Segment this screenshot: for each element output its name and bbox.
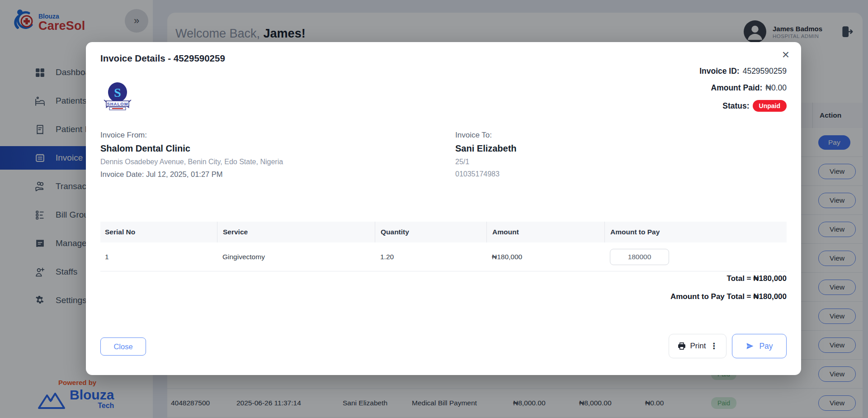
clinic-address: Dennis Osadebey Avenue, Benin City, Edo … [100,158,283,166]
status-label: Status: [722,101,749,111]
invoice-items-table: Serial No Service Quantity Amount Amount… [100,222,787,271]
invoice-item-row: 1 Gingivectomy 1.20 ₦180,000 [100,242,787,271]
invoice-to-section: Invoice To: Sani Elizabeth 25/1 01035174… [455,131,517,182]
cell-amount: ₦180,000 [486,253,604,261]
invoice-id-label: Invoice ID: [699,66,740,76]
patient-name: Sani Elizabeth [455,143,517,154]
svg-text:SHALOM: SHALOM [107,101,128,106]
svg-text:S: S [114,86,121,100]
amount-to-pay-input[interactable] [610,249,669,265]
patient-address-line: 25/1 [455,158,517,166]
invoice-from-section: Invoice From: Shalom Dental Clinic Denni… [100,131,283,179]
kebab-menu-icon[interactable]: ⋮ [710,341,718,351]
print-button[interactable]: Print ⋮ [669,334,726,358]
cell-quantity: 1.20 [375,253,486,261]
cell-serial: 1 [100,253,217,261]
invoice-details-modal: Invoice Details - 4529590259 × S SHALOM … [86,42,801,375]
col-quantity: Quantity [375,222,486,242]
invoice-summary: Invoice ID: 4529590259 Amount Paid: ₦0.0… [699,66,787,119]
app-root: Blouza CareSol » Dashboard Patients [0,0,868,418]
invoice-id-value: 4529590259 [743,66,787,76]
invoice-date: Invoice Date: Jul 12, 2025, 01:27 PM [100,170,283,179]
col-amount: Amount [486,222,604,242]
close-icon[interactable]: × [782,48,789,61]
print-label: Print [690,342,706,351]
invoice-to-label: Invoice To: [455,131,517,140]
printer-icon [677,342,686,351]
modal-title: Invoice Details - 4529590259 [100,53,225,64]
amount-paid-label: Amount Paid: [711,83,763,93]
close-button[interactable]: Close [100,337,146,356]
amount-paid-value: ₦0.00 [765,83,787,93]
col-amount-to-pay: Amount to Pay [604,222,787,242]
pay-label: Pay [759,342,773,351]
patient-phone: 01035174983 [455,170,517,178]
clinic-name: Shalom Dental Clinic [100,143,283,154]
invoice-from-label: Invoice From: [100,131,283,140]
send-icon [745,342,755,351]
pay-button[interactable]: Pay [732,334,787,358]
amount-to-pay-total-line: Amount to Pay Total = ₦180,000 [670,292,787,301]
shalom-clinic-logo: S SHALOM [100,82,135,112]
unpaid-status-badge: Unpaid [753,100,787,112]
col-service: Service [217,222,375,242]
total-line: Total = ₦180,000 [727,274,787,283]
invoice-table-header: Serial No Service Quantity Amount Amount… [100,222,787,242]
col-serial-no: Serial No [100,222,217,242]
cell-service: Gingivectomy [217,253,375,261]
